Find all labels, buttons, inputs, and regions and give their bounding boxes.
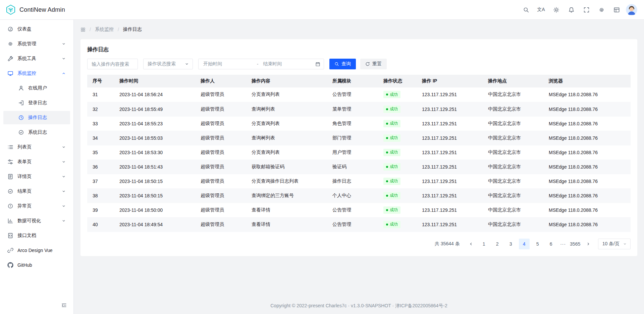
sidebar-item-label: 操作日志 — [28, 115, 66, 121]
cell-id: 37 — [87, 174, 114, 188]
content-search-input[interactable] — [92, 61, 133, 67]
status-dot-icon — [386, 195, 388, 197]
sidebar-item-system-monitor[interactable]: 系统监控 — [3, 67, 70, 80]
github-icon — [7, 262, 13, 268]
start-date-field[interactable]: 开始时间 — [203, 61, 256, 67]
user-icon — [18, 85, 24, 91]
next-page-button[interactable] — [583, 239, 593, 249]
status-select[interactable]: 操作状态搜索 — [143, 59, 193, 69]
page-size-select[interactable]: 10 条/页 — [598, 239, 631, 249]
theme-sun-icon[interactable] — [550, 4, 562, 15]
cell-location: 中国北京北京市 — [483, 116, 543, 131]
cell-status: 成功 — [378, 160, 417, 174]
sidebar-item-exception-page[interactable]: 异常页 — [3, 199, 70, 213]
sidebar-item-result-page[interactable]: 结果页 — [3, 185, 70, 198]
apps-grid-icon[interactable] — [80, 27, 86, 32]
status-dot-icon — [386, 224, 388, 226]
prev-page-button[interactable] — [466, 239, 476, 249]
sidebar-item-label: 列表页 — [17, 144, 61, 150]
status-dot-icon — [386, 123, 388, 125]
sidebar-item-data-visualization[interactable]: 数据可视化 — [3, 214, 70, 228]
pagination-ellipsis[interactable]: ··· — [559, 241, 567, 247]
avatar[interactable] — [626, 4, 637, 15]
sidebar-item-detail-page[interactable]: 详情页 — [3, 170, 70, 183]
cell-browser: MSEdge 118.0.2088.76 — [543, 145, 631, 160]
date-range-picker[interactable]: 开始时间 - 结束时间 — [198, 59, 324, 69]
sidebar-item-online-users[interactable]: 在线用户 — [3, 81, 70, 95]
cell-time: 2023-11-04 18:56:24 — [114, 87, 195, 102]
cell-content: 分页查询操作日志列表 — [246, 174, 327, 188]
status-badge: 成功 — [383, 221, 400, 228]
status-select-placeholder: 操作状态搜索 — [148, 61, 176, 67]
col-header-module: 所属模块 — [327, 75, 378, 87]
cell-id: 33 — [87, 116, 114, 131]
cell-content: 查询树列表 — [246, 102, 327, 116]
cell-location: 中国北京北京市 — [483, 160, 543, 174]
reset-button[interactable]: 重置 — [360, 59, 387, 69]
sidebar-collapse-icon[interactable] — [59, 301, 69, 310]
table-row: 322023-11-04 18:55:49超级管理员查询树列表菜单管理成功123… — [87, 102, 631, 116]
translate-icon[interactable]: 文A — [535, 4, 547, 15]
cell-id: 35 — [87, 145, 114, 160]
cell-time: 2023-11-04 18:55:49 — [114, 102, 195, 116]
cell-module: 用户管理 — [327, 145, 378, 160]
chevron-down-icon — [184, 62, 189, 66]
table-row: 342023-11-04 18:55:03超级管理员查询树列表部门管理成功123… — [87, 131, 631, 145]
content-search-field[interactable] — [87, 59, 138, 69]
sidebar-item-system-tools[interactable]: 系统工具 — [3, 52, 70, 65]
main-content: / 系统监控 / 操作日志 操作日志 操作状态搜索 — [74, 20, 644, 314]
page-button-5[interactable]: 5 — [532, 239, 543, 249]
chevron-down-icon — [61, 56, 66, 61]
cell-status: 成功 — [378, 102, 417, 116]
table-row: 362023-11-04 18:51:43超级管理员获取邮箱验证码验证码成功12… — [87, 160, 631, 174]
sidebar-item-arco-design-vue[interactable]: Arco Design Vue — [3, 244, 70, 257]
sidebar-item-system-log[interactable]: 系统日志 — [3, 126, 70, 139]
table-row: 312023-11-04 18:56:24超级管理员分页查询列表公告管理成功12… — [87, 87, 631, 102]
cell-module: 个人中心 — [327, 188, 378, 203]
end-date-field[interactable]: 结束时间 — [263, 61, 315, 67]
date-range-separator: - — [256, 61, 263, 67]
main-layout: 仪表盘 系统管理 系统工具 — [0, 20, 644, 314]
cell-browser: MSEdge 118.0.2088.76 — [543, 174, 631, 188]
gear-icon — [7, 41, 13, 47]
sidebar-item-label: 系统监控 — [17, 70, 61, 76]
layout-icon[interactable] — [611, 4, 622, 15]
breadcrumb-separator: / — [118, 27, 119, 32]
page-button-4[interactable]: 4 — [519, 239, 530, 249]
cell-browser: MSEdge 118.0.2088.76 — [543, 160, 631, 174]
query-button[interactable]: 查询 — [329, 59, 356, 69]
calendar-icon — [315, 62, 320, 67]
page-button-3[interactable]: 3 — [505, 239, 516, 249]
settings-icon[interactable] — [596, 4, 607, 15]
sidebar-item-label: 详情页 — [17, 174, 61, 180]
sidebar-item-label: 表单页 — [17, 159, 61, 165]
cell-time: 2023-11-04 18:50:15 — [114, 174, 195, 188]
app-logo[interactable]: ContiNew Admin — [5, 4, 65, 15]
sidebar-item-login-log[interactable]: 登录日志 — [3, 96, 70, 110]
cell-id: 39 — [87, 203, 114, 217]
fullscreen-icon[interactable] — [581, 4, 592, 15]
sidebar-item-github[interactable]: GitHub — [3, 258, 70, 272]
page-button-3565[interactable]: 3565 — [570, 239, 581, 249]
page-button-1[interactable]: 1 — [479, 239, 489, 249]
sidebar-submenu-system-monitor: 在线用户 登录日志 操作日志 — [3, 81, 70, 139]
cell-browser: MSEdge 118.0.2088.76 — [543, 131, 631, 145]
sidebar-item-list-page[interactable]: 列表页 — [3, 140, 70, 154]
sidebar-item-system-management[interactable]: 系统管理 — [3, 37, 70, 51]
status-dot-icon — [386, 166, 388, 168]
page-button-2[interactable]: 2 — [492, 239, 503, 249]
file-check-icon — [18, 129, 24, 135]
bell-icon[interactable] — [566, 4, 577, 15]
sidebar-item-label: GitHub — [17, 262, 66, 268]
sidebar-item-form-page[interactable]: 表单页 — [3, 155, 70, 169]
page-button-6[interactable]: 6 — [546, 239, 556, 249]
sidebar-item-operation-log[interactable]: 操作日志 — [3, 111, 70, 124]
sidebar-item-api-docs[interactable]: 接口文档 — [3, 229, 70, 242]
breadcrumb-item-system-monitor[interactable]: 系统监控 — [95, 26, 114, 33]
search-icon[interactable] — [520, 4, 532, 15]
cell-module: 操作日志 — [327, 174, 378, 188]
table-row: 352023-11-04 18:53:30超级管理员分页查询列表用户管理成功12… — [87, 145, 631, 160]
sidebar-item-dashboard[interactable]: 仪表盘 — [3, 22, 70, 36]
cell-browser: MSEdge 118.0.2088.76 — [543, 87, 631, 102]
status-badge: 成功 — [383, 91, 400, 98]
